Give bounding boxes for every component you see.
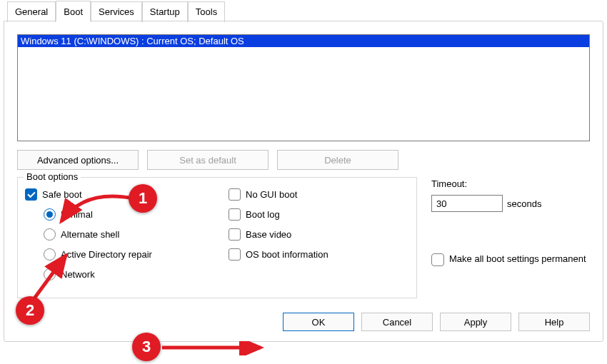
tab-boot[interactable]: Boot [56,1,91,21]
radio-icon [44,268,56,280]
boot-log-checkbox[interactable]: Boot log [229,208,328,221]
annotation-badge-3: 3 [132,333,161,361]
boot-options-label: Boot options [24,171,81,182]
tab-body-boot: Windows 11 (C:\WINDOWS) : Current OS; De… [4,21,603,342]
radio-ad-repair-label: Active Directory repair [61,249,152,260]
tab-general[interactable]: General [7,1,56,22]
checkbox-icon [25,188,37,201]
tab-startup[interactable]: Startup [142,1,188,22]
checkbox-icon [431,253,444,266]
arrow-icon [161,341,268,355]
base-video-label: Base video [246,229,291,240]
no-gui-boot-label: No GUI boot [246,189,297,200]
dialog-buttons: OK Cancel Apply Help [283,313,590,331]
checkbox-icon [229,208,241,221]
radio-minimal-label: Minimal [61,209,93,220]
make-permanent-label: Make all boot settings permanent [449,253,586,265]
radio-network-label: Network [61,269,95,280]
radio-icon [44,228,56,241]
set-default-button: Set as default [147,150,269,170]
radio-icon [44,248,56,261]
radio-alternate-shell[interactable]: Alternate shell [44,228,229,241]
tab-bar: General Boot Services Startup Tools [0,0,607,21]
timeout-label: Timeout: [431,178,586,189]
tab-services[interactable]: Services [91,1,142,22]
timeout-input[interactable] [431,195,503,212]
delete-button: Delete [277,150,398,170]
timeout-group: Timeout: seconds Make all boot settings … [431,177,586,298]
apply-button[interactable]: Apply [440,313,511,331]
checkbox-icon [229,188,241,201]
boot-list[interactable]: Windows 11 (C:\WINDOWS) : Current OS; De… [17,34,590,141]
boot-list-buttons: Advanced options... Set as default Delet… [17,150,590,170]
boot-list-item-selected[interactable]: Windows 11 (C:\WINDOWS) : Current OS; De… [18,35,589,47]
safe-boot-checkbox[interactable]: Safe boot [25,188,229,201]
radio-icon [44,208,56,221]
tab-tools[interactable]: Tools [188,1,225,22]
cancel-button[interactable]: Cancel [361,313,433,331]
no-gui-boot-checkbox[interactable]: No GUI boot [229,188,328,201]
advanced-options-button[interactable]: Advanced options... [17,150,139,170]
radio-ad-repair[interactable]: Active Directory repair [44,248,229,261]
timeout-unit: seconds [507,198,541,209]
checkbox-icon [229,248,241,261]
base-video-checkbox[interactable]: Base video [229,228,328,241]
radio-alt-shell-label: Alternate shell [61,229,119,240]
ok-button[interactable]: OK [283,313,354,331]
radio-network[interactable]: Network [44,268,229,280]
boot-log-label: Boot log [246,209,280,220]
boot-options-group: Boot options Safe boot Minimal Alternate… [17,177,417,298]
safe-boot-label: Safe boot [42,189,82,200]
os-boot-info-label: OS boot information [246,249,328,260]
help-button[interactable]: Help [518,313,590,331]
checkbox-icon [229,228,241,241]
make-permanent-checkbox[interactable]: Make all boot settings permanent [431,253,586,266]
os-boot-info-checkbox[interactable]: OS boot information [229,248,328,261]
annotation-badge-1: 1 [129,184,157,213]
annotation-badge-2: 2 [16,296,44,325]
